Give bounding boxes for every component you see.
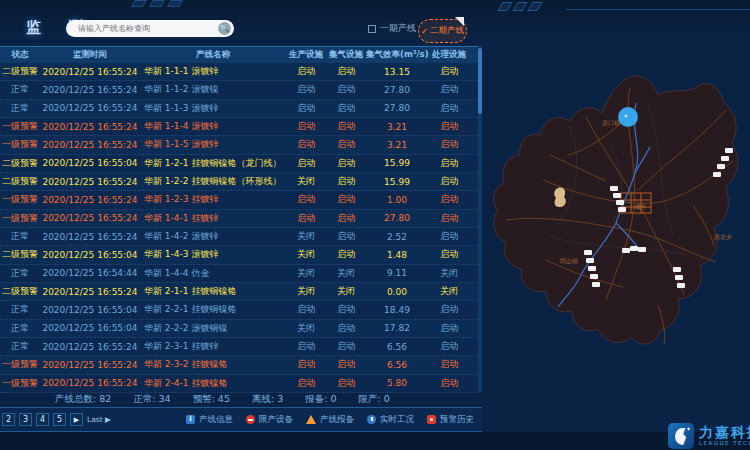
page-button-4[interactable]: 4 [36,413,49,426]
device-marker[interactable] [592,282,600,287]
cell-prod: 关闭 [286,267,326,280]
device-marker[interactable] [584,250,592,255]
legend-item-realtime[interactable]: 实时工况 [367,414,414,426]
device-marker[interactable] [588,266,596,271]
district-map[interactable]: 店口镇城区同山镇西岩乡 [488,55,750,400]
checkbox-icon[interactable] [368,25,376,33]
cell-status: 一级预警 [0,120,40,133]
device-marker[interactable] [616,200,624,205]
legend-item-alarm[interactable]: 预警历史 [427,414,474,426]
table-row[interactable]: 正常2020/12/25 16:55:04华新 2-2-1 挂镀铜镍铬启动启动1… [0,301,478,319]
device-marker[interactable] [638,247,646,252]
cell-time: 2020/12/25 16:55:24 [40,213,140,223]
cell-prod: 关闭 [286,285,326,298]
table-row[interactable]: 二级预警2020/12/25 16:55:24华新 1-2-2 挂镀铜镍铬（环形… [0,173,478,191]
cell-treat: 启动 [428,83,470,96]
device-marker[interactable] [610,186,618,191]
device-marker[interactable] [630,246,638,251]
table-row[interactable]: 二级预警2020/12/25 16:55:04华新 1-2-1 挂镀铜镍铬（龙门… [0,155,478,173]
town-marker[interactable] [618,107,638,127]
cell-name: 华新 2-1-1 挂镀铜镍铬 [140,285,286,298]
cell-gas: 关闭 [326,267,366,280]
legend-item-restrict[interactable]: 限产设备 [246,414,293,426]
cell-treat: 启动 [428,193,470,206]
phase1-checkbox[interactable]: 一期产线 [368,22,416,35]
monitoring-dashboard: 监 测 🔍 一期产线 ✓ 二期产线 状态监测时间产线名称生产设施集气设施集气效率… [0,0,750,450]
device-marker[interactable] [717,164,725,169]
cell-eff: 5.80 [366,378,428,388]
cell-gas: 启动 [326,303,366,316]
table-row[interactable]: 一级预警2020/12/25 16:55:24华新 1-2-3 挂镀锌启动启动1… [0,191,478,209]
device-marker[interactable] [713,172,721,177]
table-scrollbar[interactable] [478,46,482,392]
cell-gas: 启动 [326,102,366,115]
table-row[interactable]: 正常2020/12/25 16:55:24华新 2-3-1 挂镀锌启动启动6.5… [0,338,478,356]
device-marker[interactable] [622,248,630,253]
cell-name: 华新 2-3-2 挂镀镍铬 [140,358,286,371]
table-row[interactable]: 二级预警2020/12/25 16:55:24华新 1-1-1 滚镀锌启动启动1… [0,63,478,81]
legend-bar: i产线信息限产设备产线报备实时工况预警历史 [186,414,474,426]
table-row[interactable]: 二级预警2020/12/25 16:55:24华新 2-1-1 挂镀铜镍铬关闭关… [0,283,478,301]
cell-treat: 启动 [428,358,470,371]
scrollbar-thumb[interactable] [478,48,482,114]
cell-name: 华新 1-2-3 挂镀锌 [140,193,286,206]
legend-item-report[interactable]: 产线报备 [306,414,354,426]
cell-treat: 启动 [428,120,470,133]
search-icon[interactable]: 🔍 [218,22,231,35]
page-button-3[interactable]: 3 [19,413,32,426]
cell-prod: 启动 [286,340,326,353]
device-marker[interactable] [586,258,594,263]
cell-eff: 0.00 [366,287,428,297]
last-page-button[interactable]: Last ▶ [87,415,111,424]
legend-label: 预警历史 [440,414,474,426]
cell-prod: 启动 [286,358,326,371]
device-marker[interactable] [725,148,733,153]
phase2-label: 二期产线 [430,25,464,37]
device-marker[interactable] [675,275,683,280]
page-button-2[interactable]: 2 [2,413,15,426]
search-box[interactable]: 🔍 [66,20,234,37]
device-marker[interactable] [613,193,621,198]
cell-prod: 启动 [286,193,326,206]
device-marker[interactable] [677,283,685,288]
blue-town-marker[interactable] [618,107,638,127]
search-input[interactable] [78,24,218,33]
cell-eff: 27.80 [366,85,428,95]
legend-label: 实时工况 [380,414,414,426]
next-page-button[interactable]: ▶ [70,413,83,426]
cell-eff: 15.99 [366,177,428,187]
cell-name: 华新 1-2-1 挂镀铜镍铬（龙门线） [140,157,286,170]
marker-highlight [625,115,628,118]
cell-eff: 3.21 [366,140,428,150]
table-body: 二级预警2020/12/25 16:55:24华新 1-1-1 滚镀锌启动启动1… [0,63,478,393]
page-button-5[interactable]: 5 [53,413,66,426]
cell-status: 一级预警 [0,212,40,225]
logo-strip: ✦ 力嘉科技 LEAGUE TECH [0,432,750,450]
cell-gas: 启动 [326,340,366,353]
cell-time: 2020/12/25 16:55:24 [40,85,140,95]
table-row[interactable]: 正常2020/12/25 16:55:24华新 1-1-3 滚镀锌启动启动27.… [0,100,478,118]
table-row[interactable]: 正常2020/12/25 16:55:24华新 1-4-2 滚镀锌关闭启动2.5… [0,228,478,246]
table-row[interactable]: 正常2020/12/25 16:54:44华新 1-4-4 仿金关闭关闭9.11… [0,265,478,283]
cell-status: 正常 [0,83,40,96]
cell-treat: 启动 [428,377,470,390]
device-marker[interactable] [590,274,598,279]
table-row[interactable]: 一级预警2020/12/25 16:55:24华新 1-4-1 挂镀锌启动启动2… [0,210,478,228]
device-marker[interactable] [721,156,729,161]
device-marker[interactable] [618,207,626,212]
cell-gas: 启动 [326,65,366,78]
legend-item-info[interactable]: i产线信息 [186,414,233,426]
table-row[interactable]: 一级预警2020/12/25 16:55:24华新 1-1-5 滚镀锌启动启动3… [0,136,478,154]
table-row[interactable]: 一级预警2020/12/25 16:55:24华新 1-1-4 滚镀锌启动启动3… [0,118,478,136]
map-place-label: 城区 [634,203,646,210]
table-row[interactable]: 正常2020/12/25 16:55:24华新 1-1-2 滚镀镍启动启动27.… [0,81,478,99]
cell-prod: 启动 [286,212,326,225]
table-row[interactable]: 二级预警2020/12/25 16:55:04华新 1-4-3 滚镀锌关闭启动1… [0,246,478,264]
device-marker[interactable] [673,267,681,272]
column-header-0: 状态 [0,49,40,61]
table-row[interactable]: 正常2020/12/25 16:55:04华新 2-2-2 滚镀铜镍关闭启动17… [0,320,478,338]
cell-time: 2020/12/25 16:55:24 [40,103,140,113]
cell-status: 二级预警 [0,285,40,298]
cell-gas: 启动 [326,248,366,261]
table-row[interactable]: 一级预警2020/12/25 16:55:24华新 2-3-2 挂镀镍铬启动启动… [0,356,478,374]
